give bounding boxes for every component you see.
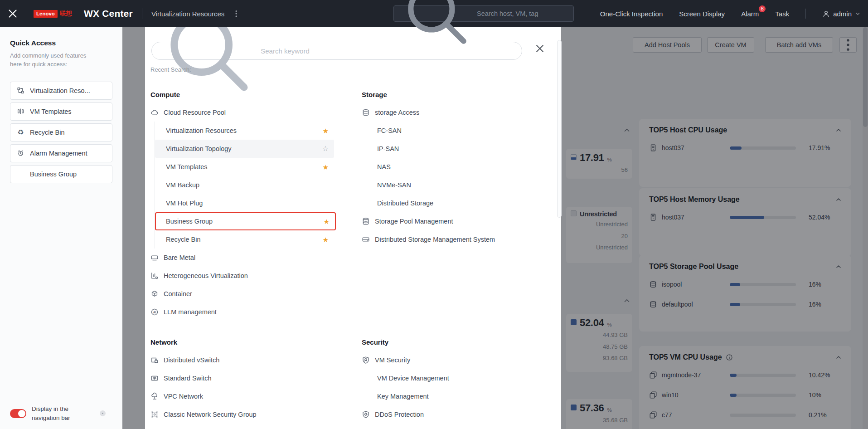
container-icon <box>150 290 159 298</box>
menu-item-label: Virtualization Resources <box>166 127 237 134</box>
menu-item-label: VM Backup <box>166 181 199 189</box>
one-click-inspection-link[interactable]: One-Click Inspection <box>600 10 663 18</box>
menu-item-label: Business Group <box>166 218 213 225</box>
nsg-icon <box>150 410 159 419</box>
menu-item-vm-templates[interactable]: VM Templates★ <box>155 158 334 176</box>
star-filled-icon[interactable]: ★ <box>323 127 329 134</box>
menu-item-ip-san[interactable]: IP-SAN <box>366 140 545 158</box>
star-filled-icon[interactable]: ★ <box>323 164 329 171</box>
menu-item-item[interactable] <box>150 424 334 429</box>
overlay-scrollbar-thumb[interactable] <box>557 40 562 218</box>
menu-item-nvme-san[interactable]: NVMe-SAN <box>366 176 545 194</box>
menu-item-cloud-resource-pool[interactable]: Cloud Resource Pool <box>150 103 334 122</box>
menu-item-llm-management[interactable]: AILLM management <box>150 303 334 321</box>
quick-access-vm-templates[interactable]: VM Templates <box>10 102 112 121</box>
ai-icon: AI <box>150 308 159 316</box>
user-menu[interactable]: admin <box>822 10 861 18</box>
shield-gear-icon <box>362 410 370 419</box>
quick-access-recycle-bin[interactable]: ♻Recycle Bin <box>10 123 112 141</box>
star-filled-icon[interactable]: ★ <box>324 218 330 225</box>
section-heading-storage: Storage <box>362 91 552 102</box>
menu-item-distributed-storage-management-system[interactable]: Distributed Storage Management System <box>362 230 545 249</box>
feature-search-overlay: Recent Search: ComputeCloud Resource Poo… <box>145 27 561 429</box>
menu-item-heterogeneous-virtualization[interactable]: Heterogeneous Virtualization <box>150 267 334 285</box>
menu-item-label: Key Management <box>377 393 429 400</box>
menu-item-standard-switch[interactable]: Standard Switch <box>150 369 334 387</box>
keyword-search-input[interactable] <box>261 47 514 55</box>
star-outline-icon[interactable]: ☆ <box>322 145 329 152</box>
lenovo-logo-cjk: 联想 <box>60 10 72 18</box>
menu-item-label: VM Templates <box>166 163 208 171</box>
bare-metal-icon <box>150 253 159 262</box>
vm-template-icon <box>17 107 24 115</box>
menu-item-container[interactable]: Container <box>150 285 334 303</box>
menu-item-nas[interactable]: NAS <box>366 158 545 176</box>
nav-kebab-icon[interactable] <box>232 9 241 18</box>
menu-item-storage-access[interactable]: storage Access <box>362 103 545 122</box>
recent-search-label: Recent Search: <box>150 66 191 73</box>
menu-subgroup: VM Device ManagementKey Management <box>366 369 552 405</box>
menu-item-ddos-protection[interactable]: DDoS Protection <box>362 405 545 424</box>
menu-item-storage-pool-management[interactable]: Storage Pool Management <box>362 212 545 230</box>
quick-access-label: Recycle Bin <box>30 129 65 136</box>
quick-access-virtualization-reso[interactable]: Virtualization Reso... <box>10 82 112 100</box>
nav-item-virtualization-resources[interactable]: Virtualization Resources <box>151 10 224 18</box>
quick-access-business-group[interactable]: Business Group <box>10 165 112 183</box>
close-icon[interactable] <box>7 8 18 19</box>
menu-item-label: Virtualization Topology <box>166 145 232 152</box>
app-title: WX Center <box>84 8 133 19</box>
cloud-icon <box>150 108 159 117</box>
menu-item-label: NVMe-SAN <box>377 181 411 189</box>
global-search[interactable] <box>393 5 574 22</box>
menu-subgroup: FC-SANIP-SANNASNVMe-SANDistributed Stora… <box>366 122 552 212</box>
quick-access-alarm-management[interactable]: Alarm Management <box>10 144 112 162</box>
screen-display-link[interactable]: Screen Display <box>679 10 725 18</box>
menu-item-label: DDoS Protection <box>375 411 424 418</box>
menu-item-distributed-storage[interactable]: Distributed Storage <box>366 194 545 212</box>
alarm-link[interactable]: Alarm 8 <box>741 10 759 18</box>
global-search-input[interactable] <box>477 10 568 17</box>
menu-item-recycle-bin[interactable]: Recycle Bin★ <box>155 230 334 249</box>
recycle-icon: ♻ <box>17 128 24 136</box>
menu-item-virtualization-topology[interactable]: Virtualization Topology☆ <box>155 140 334 158</box>
menu-item-label: LLM management <box>164 308 217 316</box>
display-in-navbar-toggle[interactable] <box>10 409 26 418</box>
menu-item-classic-network-security-group[interactable]: Classic Network Security Group <box>150 405 334 424</box>
quick-access-label: Alarm Management <box>30 150 87 157</box>
menu-item-label: Distributed Storage <box>377 200 433 207</box>
svg-text:AI: AI <box>153 311 156 314</box>
database-stack-icon <box>362 217 370 225</box>
section-heading-security: Security <box>362 338 552 349</box>
menu-item-vm-security[interactable]: VM Security <box>362 351 545 369</box>
page: Add Host PoolsCreate VMBatch add VMs 17.… <box>0 0 868 429</box>
star-filled-icon[interactable]: ★ <box>323 236 329 243</box>
quick-access-title: Quick Access <box>10 39 112 47</box>
menu-item-label: VM Device Management <box>377 375 449 382</box>
menu-item-label: Recycle Bin <box>166 236 201 243</box>
menu-item-business-group[interactable]: Business Group★ <box>155 212 336 230</box>
task-link[interactable]: Task <box>775 10 789 18</box>
menu-item-fc-san[interactable]: FC-SAN <box>366 122 545 140</box>
menu-item-vm-hot-plug[interactable]: VM Hot Plug <box>155 194 334 212</box>
quick-access-label: Virtualization Reso... <box>30 87 90 94</box>
menu-item-bare-metal[interactable]: Bare Metal <box>150 249 334 267</box>
quick-access-sidebar: Quick Access Add commonly used features … <box>0 27 122 429</box>
menu-item-virtualization-resources[interactable]: Virtualization Resources★ <box>155 122 334 140</box>
menu-item-item[interactable] <box>362 424 545 429</box>
dvswitch-icon <box>150 356 159 364</box>
menu-item-label: Heterogeneous Virtualization <box>164 272 248 279</box>
menu-item-vm-backup[interactable]: VM Backup <box>155 176 334 194</box>
std-switch-icon <box>150 374 159 382</box>
menu-item-vm-device-management[interactable]: VM Device Management <box>366 369 545 387</box>
collapse-handle-icon[interactable] <box>100 410 106 416</box>
menu-item-key-management[interactable]: Key Management <box>366 387 545 405</box>
menu-item-label: FC-SAN <box>377 127 402 134</box>
divider <box>805 9 806 19</box>
shield-vm-icon <box>362 356 370 364</box>
menu-item-vpc-network[interactable]: VPC Network <box>150 387 334 405</box>
menu-item-label: Standard Switch <box>164 375 212 382</box>
close-icon[interactable] <box>535 44 545 54</box>
menu-item-distributed-vswitch[interactable]: Distributed vSwitch <box>150 351 334 369</box>
menu-item-label: Distributed vSwitch <box>164 356 219 364</box>
hetero-virt-icon <box>150 272 159 280</box>
